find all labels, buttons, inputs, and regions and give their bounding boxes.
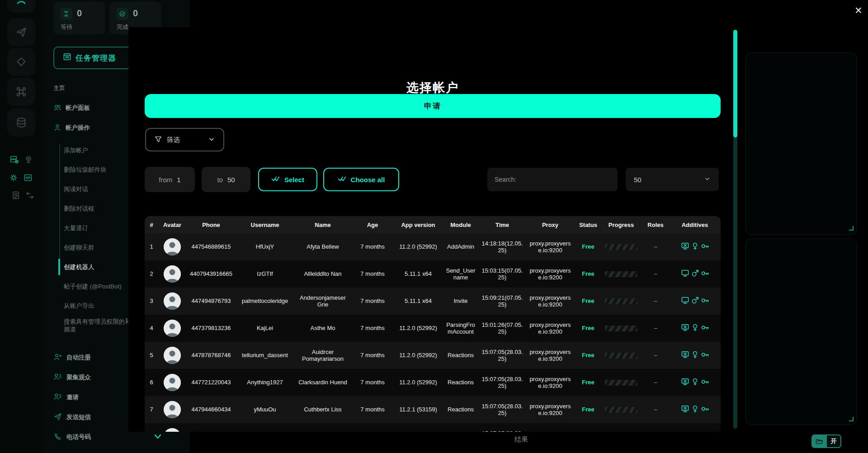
- progress-cell: [602, 244, 640, 250]
- module-cell: Send_Username: [443, 267, 478, 281]
- table-row[interactable]: 5447878768746tellurium_dassentAuidrcer P…: [145, 342, 721, 369]
- table-header-row: #AvatarPhoneUsernameNameAgeApp versionMo…: [145, 216, 721, 233]
- from-input[interactable]: from 1: [145, 167, 195, 192]
- additives-cell: [671, 405, 719, 415]
- roles-cell: –: [640, 243, 671, 250]
- proxy-cell: proxy.proxyverse.io:9200: [526, 294, 574, 308]
- users-list-icon: [53, 392, 62, 402]
- send-icon[interactable]: [7, 18, 35, 46]
- table-row[interactable]: 3447494876793palmettocoleridgeAndersonja…: [145, 288, 721, 315]
- sidebar-section-0[interactable]: 帐户面板: [53, 100, 90, 116]
- gear-icon[interactable]: [9, 173, 18, 182]
- table-row[interactable]: 4447379813236KajLeiAsthe Mo7 months11.2.…: [145, 315, 721, 342]
- progress-bar: [605, 353, 637, 359]
- doc-check-icon[interactable]: [11, 191, 20, 200]
- key-icon: [701, 323, 709, 333]
- female-icon: [691, 323, 699, 333]
- chevron-down-icon: [704, 175, 711, 184]
- choose-all-button[interactable]: Choose all: [323, 168, 399, 191]
- table-row[interactable]: 6447721220043Anything1927Clarksardin Hue…: [145, 369, 721, 396]
- username-cell: yMuuOu: [236, 406, 294, 413]
- command-icon[interactable]: [7, 78, 35, 106]
- sidebar-item-home[interactable]: 主页: [53, 84, 65, 92]
- server-check-icon[interactable]: [9, 155, 19, 164]
- panel-corner-mark: [849, 417, 854, 421]
- table-row[interactable]: 844746650553unsaturationamaReactions15:0…: [145, 423, 721, 432]
- row-number: 5: [145, 352, 158, 359]
- sidebar-item-1[interactable]: 聚集观众: [53, 368, 91, 387]
- open-button[interactable]: 开: [827, 434, 841, 448]
- sidebar-item-4[interactable]: 电话号码: [53, 427, 91, 447]
- diamond-icon[interactable]: [7, 48, 35, 76]
- time-cell: 14:18:18(12.05.25): [478, 240, 526, 254]
- swap-icon[interactable]: [25, 191, 34, 200]
- age-cell: 7 months: [352, 379, 393, 386]
- close-icon[interactable]: ×: [851, 3, 866, 18]
- row-number: 1: [145, 243, 158, 250]
- time-cell: 15:07:05(28.03.25): [478, 376, 526, 390]
- column-header: Name: [294, 222, 352, 228]
- sidebar-section-1[interactable]: 帐户操作: [53, 120, 90, 136]
- row-number: 3: [145, 297, 158, 304]
- database-icon[interactable]: [7, 109, 35, 137]
- from-label: from: [159, 176, 172, 184]
- table-row[interactable]: 24407943916665IzGTIfAlllelddlto Nan7 mon…: [145, 260, 721, 288]
- filter-dropdown[interactable]: 筛选: [145, 128, 224, 151]
- name-cell: Auidrcer Pomayrariarson: [294, 349, 352, 363]
- right-panel-top: [745, 52, 857, 235]
- modal-scrollbar-thumb[interactable]: [733, 30, 737, 137]
- code-window-icon[interactable]: [24, 173, 33, 182]
- avatar-cell: [158, 320, 186, 337]
- sidebar-item-2[interactable]: 邀请: [53, 387, 91, 407]
- table-row[interactable]: 7447944660434yMuuOuCuthbertx Liss7 month…: [145, 396, 721, 423]
- select-button[interactable]: Select: [258, 168, 317, 191]
- time-cell: 15:07:05(28.03.25): [478, 349, 526, 363]
- modal-scrollbar-track[interactable]: [733, 30, 737, 429]
- user-icon: [53, 123, 61, 133]
- accounts-table: #AvatarPhoneUsernameNameAgeApp versionMo…: [145, 216, 721, 432]
- waiting-count: 0: [77, 8, 82, 19]
- page-size-value: 50: [634, 176, 642, 184]
- panel-corner-mark: [849, 226, 854, 231]
- status-cell: Free: [574, 297, 602, 304]
- chevron-down-icon[interactable]: [152, 431, 163, 444]
- search-input[interactable]: [495, 176, 610, 183]
- from-value: 1: [177, 176, 180, 184]
- webcam-icon[interactable]: [24, 155, 33, 164]
- select-label: Select: [284, 176, 304, 184]
- double-check-icon: [338, 175, 347, 184]
- right-panel-bottom: [745, 238, 857, 425]
- phone-cell: 447546889615: [186, 243, 236, 250]
- roles-cell: –: [640, 270, 671, 277]
- screen-x-icon: [681, 323, 689, 333]
- logo-arc-icon[interactable]: [7, 0, 35, 13]
- submenu-item[interactable]: 搜索具有管理员权限的和频道: [64, 316, 132, 342]
- users-list-icon: [53, 373, 62, 382]
- to-input[interactable]: to 50: [202, 167, 250, 192]
- column-header: Progress: [602, 222, 640, 228]
- done-count: 0: [133, 8, 138, 19]
- key-icon: [701, 405, 709, 415]
- page-size-select[interactable]: 50: [626, 168, 719, 191]
- progress-bar: [605, 271, 637, 277]
- age-cell: 7 months: [352, 297, 393, 304]
- time-cell: 15:07:05(28.03.25): [478, 430, 526, 432]
- apply-button[interactable]: 申请: [145, 94, 721, 118]
- row-number: 4: [145, 325, 158, 331]
- waiting-label: 等待: [61, 23, 72, 31]
- screen-x-icon: [681, 242, 689, 252]
- module-cell: Reactions: [443, 406, 478, 413]
- sidebar-item-0[interactable]: 自动注册: [53, 348, 91, 368]
- corner-buttons: 开: [811, 434, 841, 448]
- avatar: [164, 293, 181, 310]
- username-cell: Anything1927: [236, 379, 294, 386]
- sidebar-item-3[interactable]: 发送短信: [53, 407, 91, 427]
- module-cell: AddAdmin: [443, 243, 478, 250]
- avatar: [164, 238, 181, 255]
- table-row[interactable]: 1447546889615HfUxjYAfyta Bellew7 months1…: [145, 233, 721, 260]
- name-cell: Andersonjameser Grie: [294, 294, 352, 308]
- open-folder-button[interactable]: [811, 434, 827, 448]
- progress-cell: [602, 326, 640, 331]
- name-cell: Cuthbertx Liss: [294, 406, 352, 413]
- male-icon: [691, 269, 699, 279]
